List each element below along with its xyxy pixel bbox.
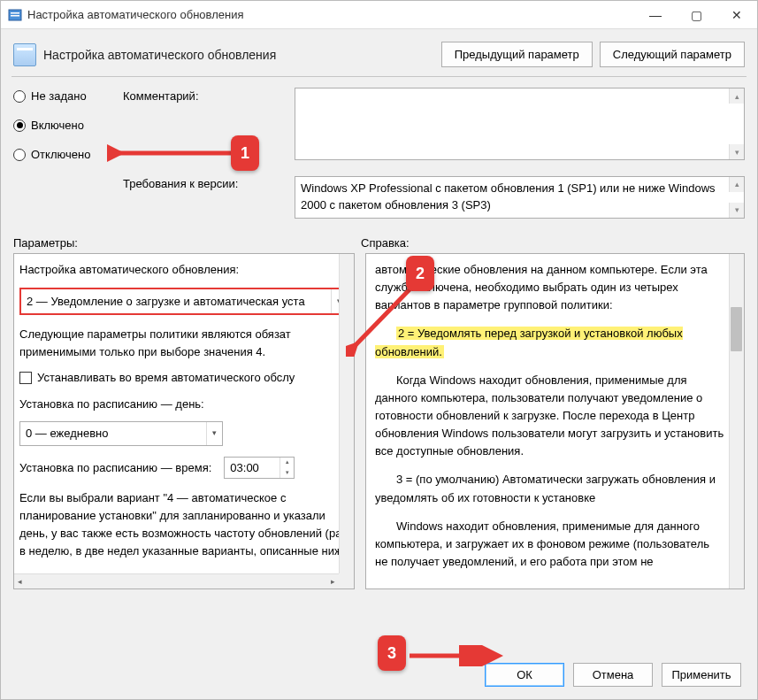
radio-disabled[interactable]: Отключено	[13, 148, 111, 161]
schedule-day-label: Установка по расписанию — день:	[19, 396, 348, 413]
schedule-day-select[interactable]: 0 — ежедневно ▾	[19, 421, 223, 446]
spin-up-icon[interactable]: ▴	[280, 458, 294, 468]
checkbox-icon	[19, 372, 32, 384]
policy-editor-window: Настройка автоматического обновления — ▢…	[0, 0, 758, 700]
radio-icon	[13, 119, 26, 132]
help-paragraph: Windows находит обновления, применимые д…	[375, 518, 724, 571]
parameters-label: Параметры:	[13, 236, 361, 250]
checkbox-label: Устанавливать во время автоматического о…	[37, 369, 295, 387]
radio-icon	[13, 149, 26, 161]
radio-icon	[13, 90, 26, 103]
close-button[interactable]: ✕	[716, 1, 757, 28]
update-mode-value: 2 — Уведомление о загрузке и автоматичес…	[27, 295, 305, 308]
help-paragraph: 3 = (по умолчанию) Автоматически загружа…	[375, 471, 724, 506]
scroll-down-icon[interactable]: ▾	[729, 144, 744, 159]
maximize-button[interactable]: ▢	[676, 1, 716, 28]
params-note: Следующие параметры политики являются об…	[19, 326, 348, 360]
annotation-badge-2: 2	[406, 256, 434, 291]
help-highlighted: 2 = Уведомлять перед загрузкой и установ…	[375, 325, 724, 360]
radio-not-configured[interactable]: Не задано	[13, 89, 111, 103]
radio-label: Не задано	[31, 89, 87, 103]
requirements-textarea[interactable]: Windows XP Professional с пакетом обновл…	[295, 176, 745, 219]
cancel-button[interactable]: Отмена	[573, 663, 653, 687]
params-title: Настройка автоматического обновления:	[19, 261, 348, 279]
schedule-time-input[interactable]: 03:00 ▴▾	[224, 457, 295, 480]
svg-rect-1	[11, 12, 19, 14]
scroll-corner	[339, 573, 354, 588]
schedule-day-value: 0 — ежедневно	[26, 427, 109, 440]
requirements-label: Требования к версии:	[123, 177, 282, 190]
chevron-down-icon: ▾	[206, 422, 222, 445]
radio-enabled[interactable]: Включено	[13, 119, 111, 132]
footer-buttons: ОК Отмена Применить	[485, 663, 741, 687]
top-config-section: Не задано Включено Отключено Комментарий…	[1, 77, 757, 226]
policy-icon	[13, 43, 36, 66]
horizontal-scrollbar[interactable]: ◂▸	[14, 573, 339, 588]
policy-title: Настройка автоматического обновления	[43, 48, 434, 62]
radio-label: Отключено	[31, 148, 90, 161]
state-radio-group: Не задано Включено Отключено	[13, 88, 111, 219]
ok-button[interactable]: ОК	[485, 663, 564, 687]
schedule-time-label: Установка по расписанию — время:	[19, 459, 211, 477]
help-label: Справка:	[361, 236, 745, 250]
minimize-button[interactable]: —	[635, 1, 676, 28]
help-paragraph: Когда Windows находит обновления, примен…	[375, 372, 724, 461]
scroll-down-icon[interactable]: ▾	[729, 203, 744, 218]
scroll-up-icon[interactable]: ▴	[729, 177, 744, 192]
next-setting-button[interactable]: Следующий параметр	[600, 42, 745, 67]
requirements-text: Windows XP Professional с пакетом обновл…	[301, 181, 716, 212]
titlebar: Настройка автоматического обновления — ▢…	[1, 1, 757, 29]
header-row: Настройка автоматического обновления Пре…	[1, 29, 757, 76]
radio-label: Включено	[31, 119, 84, 132]
app-icon	[8, 8, 22, 22]
spin-down-icon[interactable]: ▾	[280, 467, 294, 478]
vertical-scrollbar[interactable]	[729, 254, 744, 588]
vertical-scrollbar[interactable]	[339, 254, 354, 573]
annotation-badge-3: 3	[378, 635, 406, 671]
help-highlight-text: 2 = Уведомлять перед загрузкой и установ…	[375, 327, 683, 358]
apply-button[interactable]: Применить	[662, 663, 741, 687]
params-note2: Если вы выбрали вариант "4 — автоматичес…	[19, 489, 348, 561]
previous-setting-button[interactable]: Предыдущий параметр	[441, 42, 593, 67]
maintenance-checkbox-row[interactable]: Устанавливать во время автоматического о…	[19, 369, 348, 387]
window-title: Настройка автоматического обновления	[27, 8, 635, 21]
annotation-badge-1: 1	[231, 135, 259, 171]
comment-textarea[interactable]: ▴ ▾	[295, 88, 745, 160]
scroll-up-icon[interactable]: ▴	[729, 88, 744, 104]
update-mode-select[interactable]: 2 — Уведомление о загрузке и автоматичес…	[19, 288, 348, 316]
comment-label: Комментарий:	[123, 89, 282, 103]
help-pane: автоматические обновления на данном комп…	[365, 253, 745, 589]
svg-rect-2	[11, 15, 19, 17]
schedule-time-value: 03:00	[230, 461, 259, 474]
parameters-pane: Настройка автоматического обновления: 2 …	[13, 253, 355, 589]
scrollbar-thumb[interactable]	[731, 307, 742, 351]
